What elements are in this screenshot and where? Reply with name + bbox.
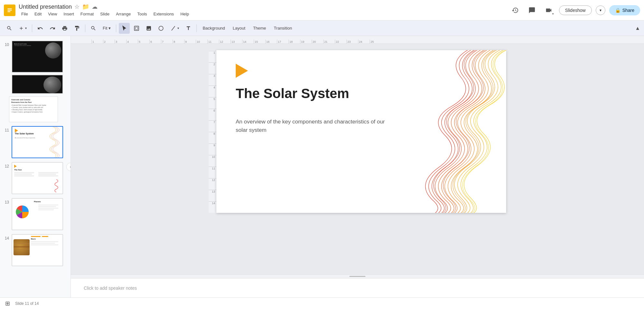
history-icon[interactable] [509,4,522,17]
slide-decoration [384,50,506,213]
svg-rect-1 [7,8,12,9]
workspace-scroll[interactable]: 1234567891011121314 The Solar System An … [71,44,644,274]
slide-thumb-10[interactable]: Asteroids and Comets Lorem ipsum dolor s… [12,41,63,73]
slide-number-10: 10 [3,42,9,47]
text-box-button[interactable] [183,23,194,34]
slide-number-12: 12 [3,164,9,168]
horizontal-ruler: 1234567891011121314151617181920212223242… [71,36,644,44]
slide-10-label: Asteroids and Comets:Remnants from the P… [0,96,71,124]
menu-help[interactable]: Help [178,11,192,17]
slide-number-14: 14 [3,236,9,241]
topbar-right: ▾ Slideshow ▾ 🔒 Share [509,4,640,17]
slide-thumb-11[interactable]: The Solar System An overview of the key … [12,126,63,158]
shape-tool-button[interactable] [156,23,166,34]
zoom-label: Fit [103,26,107,31]
star-icon[interactable]: ☆ [74,3,80,10]
slideshow-label: Slideshow [565,8,586,13]
lock-icon: 🔒 [615,8,620,13]
slide-subtitle[interactable]: An overview of the key components and ch… [236,118,390,134]
transition-button[interactable]: Transition [270,23,295,34]
separator-3 [116,24,116,32]
notes-resize-handle[interactable] [71,274,644,278]
comment-icon[interactable] [526,4,538,17]
app-logo[interactable] [4,5,15,16]
menu-view[interactable]: View [45,11,60,17]
layout-button[interactable]: Layout [230,23,249,34]
redo-button[interactable] [47,23,58,34]
separator-2 [85,24,85,32]
search-button[interactable] [4,23,15,34]
notes-placeholder: Click to add speaker notes [84,286,137,291]
zoom-search-button[interactable] [88,23,99,34]
slide-thumb-12[interactable]: The Sun [12,162,63,194]
document-title[interactable]: Untitled presentation [19,4,72,10]
theme-button[interactable]: Theme [250,23,269,34]
menu-edit[interactable]: Edit [32,11,44,17]
image-tool-button[interactable] [143,23,154,34]
menu-insert[interactable]: Insert [61,11,77,17]
slide-item-12[interactable]: 12 The Sun [0,160,71,196]
select-tool-button[interactable] [119,23,130,34]
menu-bar: File Edit View Insert Format Slide Arran… [19,11,506,17]
menu-slide[interactable]: Slide [98,11,112,17]
slides-panel: 10 Asteroids and Comets Lorem ipsum dolo… [0,36,71,297]
main-content: 10 Asteroids and Comets Lorem ipsum dolo… [0,36,644,297]
cloud-icon[interactable]: ☁ [92,3,98,10]
separator-4 [196,24,197,32]
slide-number-13: 13 [3,200,9,204]
svg-rect-4 [135,26,139,31]
slide-thumb-10b[interactable] [12,75,63,94]
zoom-level-button[interactable]: Fit ▾ [100,24,113,32]
toolbar: ▾ Fit ▾ ▾ Background Layout [0,21,644,36]
slide-thumb-14[interactable]: Macro [12,234,63,266]
paint-format-button[interactable] [71,23,82,34]
folder-icon[interactable]: 📁 [82,3,89,10]
undo-button[interactable] [35,23,46,34]
frame-tool-button[interactable] [131,23,142,34]
doc-title-row: Untitled presentation ☆ 📁 ☁ [19,3,506,10]
toolbar-collapse-button[interactable]: ▲ [635,25,640,31]
notes-area[interactable]: Click to add speaker notes [71,278,644,297]
slide-title[interactable]: The Solar System [236,86,349,102]
vertical-ruler: 1234567891011121314 [209,50,216,213]
content-area: 1234567891011121314151617181920212223242… [71,36,644,297]
slide-item-10b[interactable] [0,75,71,96]
zoom-in-button[interactable]: ▾ [16,23,29,34]
slide-item-13[interactable]: 13 Planets [0,196,71,232]
svg-rect-2 [7,10,12,10]
slide-item-11[interactable]: 11 The Solar System An overview of the k… [0,124,71,160]
bottom-bar: ⊞ Slide 11 of 14 [0,297,644,309]
title-area: Untitled presentation ☆ 📁 ☁ File Edit Vi… [19,3,506,17]
menu-file[interactable]: File [19,11,31,17]
share-button[interactable]: 🔒 Share [609,5,640,15]
play-icon [236,64,248,78]
slide-count-label: Slide 11 of 14 [15,301,39,306]
slideshow-button[interactable]: Slideshow [559,5,592,15]
menu-format[interactable]: Format [78,11,96,17]
share-label: Share [622,8,634,13]
slide-thumb-13[interactable]: Planets [12,198,63,230]
menu-extensions[interactable]: Extensions [151,11,177,17]
notes-wrapper: Click to add speaker notes [71,274,644,297]
slideshow-dropdown[interactable]: ▾ [596,5,605,15]
grid-view-icon[interactable]: ⊞ [5,300,10,307]
workspace-inner: 1234567891011121314 The Solar System An … [202,44,513,274]
slide-canvas[interactable]: The Solar System An overview of the key … [216,50,506,213]
slide-number-11: 11 [3,128,9,132]
svg-point-5 [159,26,164,31]
line-tool-button[interactable]: ▾ [168,23,182,34]
slide-item-10[interactable]: 10 Asteroids and Comets Lorem ipsum dolo… [0,39,71,75]
menu-arrange[interactable]: Arrange [113,11,133,17]
menu-tools[interactable]: Tools [135,11,149,17]
svg-rect-3 [7,11,10,12]
separator-1 [32,24,32,32]
title-icons: ☆ 📁 ☁ [74,3,98,10]
meet-icon[interactable]: ▾ [542,4,555,17]
topbar: Untitled presentation ☆ 📁 ☁ File Edit Vi… [0,0,644,21]
print-button[interactable] [59,23,70,34]
slide-item-14[interactable]: 14 Macro [0,232,71,268]
background-button[interactable]: Background [199,23,228,34]
